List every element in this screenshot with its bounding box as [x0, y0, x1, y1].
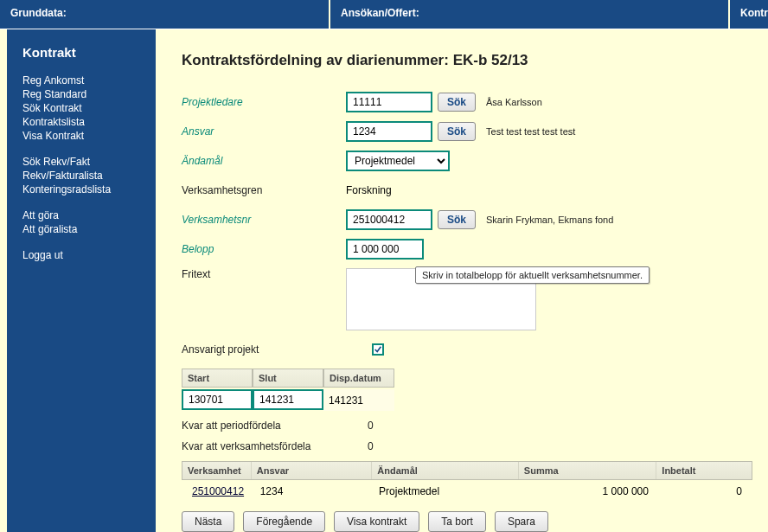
- sidebar-item-konteringsradslista[interactable]: Konteringsradslista: [22, 183, 144, 196]
- label-ansvarigt-projekt: Ansvarigt projekt: [182, 343, 372, 356]
- label-kvar-period: Kvar att periodfördela: [182, 420, 368, 432]
- grid-cell-ansvar: 1234: [255, 484, 374, 499]
- foregaende-button[interactable]: Föregående: [243, 511, 325, 532]
- grid-head-ansvar: Ansvar: [252, 462, 373, 479]
- projektledare-sok-button[interactable]: Sök: [438, 93, 476, 112]
- sidebar-item-visa-kontrakt[interactable]: Visa Kontrakt: [22, 129, 144, 143]
- verksamhetsgren-value: Forskning: [346, 184, 392, 196]
- verksamhetsnr-name: Skarin Frykman, Ekmans fond: [486, 215, 613, 225]
- date-disp-value: 141231: [323, 389, 394, 411]
- ansvar-input[interactable]: [346, 121, 432, 142]
- label-verksamhetsgren: Verksamhetsgren: [182, 184, 346, 196]
- label-ansvar: Ansvar: [182, 125, 346, 138]
- date-start-input[interactable]: [182, 389, 253, 410]
- sidebar-item-att-goralista[interactable]: Att göralista: [22, 222, 144, 236]
- projektledare-name: Åsa Karlsson: [486, 97, 542, 107]
- sidebar-item-logga-ut[interactable]: Logga ut: [22, 248, 144, 262]
- ta-bort-button[interactable]: Ta bort: [428, 511, 486, 532]
- date-slut-input[interactable]: [253, 389, 323, 410]
- date-head-start: Start: [182, 369, 253, 388]
- table-row: 251000412 1234 Projektmedel 1 000 000 0: [182, 480, 752, 503]
- grid-cell-verksamhet[interactable]: 251000412: [187, 484, 255, 499]
- label-verksamhetsnr: Verksamhetsnr: [182, 214, 346, 226]
- spara-button[interactable]: Spara: [495, 511, 548, 532]
- grid-head-andamal: Ändamål: [372, 462, 518, 479]
- grid-cell-inbetalt: 0: [654, 484, 747, 499]
- kvar-period-value: 0: [368, 420, 374, 432]
- grid-cell-summa: 1 000 000: [518, 484, 654, 499]
- sidebar-heading: Kontrakt: [22, 45, 144, 60]
- verksamhetsnr-sok-button[interactable]: Sök: [438, 210, 476, 229]
- sidebar-item-sok-kontrakt[interactable]: Sök Kontrakt: [22, 101, 144, 115]
- grid-cell-andamal: Projektmedel: [374, 484, 518, 499]
- grid-head-summa: Summa: [519, 462, 657, 479]
- sidebar-item-reg-ankomst[interactable]: Reg Ankomst: [22, 74, 144, 87]
- sidebar-item-rekv-fakturalista[interactable]: Rekv/Fakturalista: [22, 169, 144, 183]
- sidebar-item-att-gora[interactable]: Att göra: [22, 208, 144, 222]
- sidebar: Kontrakt Reg Ankomst Reg Standard Sök Ko…: [7, 29, 156, 532]
- date-head-disp: Disp.datum: [323, 369, 394, 388]
- action-buttons: Nästa Föregående Visa kontrakt Ta bort S…: [182, 511, 759, 532]
- main-content: Kontraktsfördelning av diarienummer: EK-…: [156, 29, 768, 532]
- page-title: Kontraktsfördelning av diarienummer: EK-…: [182, 52, 759, 69]
- topnav-ansokan[interactable]: Ansökan/Offert:: [330, 0, 728, 29]
- visa-kontrakt-button[interactable]: Visa kontrakt: [334, 511, 419, 532]
- belopp-tooltip: Skriv in totalbelopp för aktuellt verksa…: [415, 266, 650, 284]
- label-belopp: Belopp: [182, 243, 346, 255]
- grid-head-inbetalt: Inbetalt: [656, 462, 752, 479]
- ansvar-name: Test test test test test: [486, 126, 575, 137]
- topnav-kontr[interactable]: Kontr: [730, 0, 768, 29]
- topnav-grunddata[interactable]: Grunddata:: [0, 0, 329, 29]
- allocation-grid: Verksamhet Ansvar Ändamål Summa Inbetalt…: [182, 461, 752, 503]
- sidebar-item-sok-rekv-fakt[interactable]: Sök Rekv/Fakt: [22, 155, 144, 169]
- projektledare-input[interactable]: [346, 92, 432, 112]
- ansvarigt-projekt-checkbox[interactable]: [372, 343, 384, 356]
- sidebar-item-kontraktslista[interactable]: Kontraktslista: [22, 115, 144, 129]
- grid-head-verksamhet: Verksamhet: [182, 462, 252, 479]
- sidebar-item-reg-standard[interactable]: Reg Standard: [22, 87, 144, 101]
- label-andamal: Ändamål: [182, 155, 346, 167]
- date-table: Start Slut Disp.datum 141231: [182, 369, 759, 411]
- kvar-verksamhet-value: 0: [368, 440, 374, 452]
- check-icon: [374, 345, 382, 354]
- nasta-button[interactable]: Nästa: [182, 511, 234, 532]
- ansvar-sok-button[interactable]: Sök: [438, 122, 476, 141]
- date-head-slut: Slut: [253, 369, 323, 388]
- andamal-select[interactable]: Projektmedel: [346, 151, 450, 171]
- verksamhetsnr-input[interactable]: [346, 209, 432, 230]
- label-kvar-verksamhet: Kvar att verksamhetsfördela: [182, 440, 368, 452]
- label-fritext: Fritext: [182, 268, 346, 280]
- label-projektledare: Projektledare: [182, 96, 346, 108]
- belopp-input[interactable]: [346, 239, 424, 260]
- top-nav: Grunddata: Ansökan/Offert: Kontr: [0, 0, 768, 29]
